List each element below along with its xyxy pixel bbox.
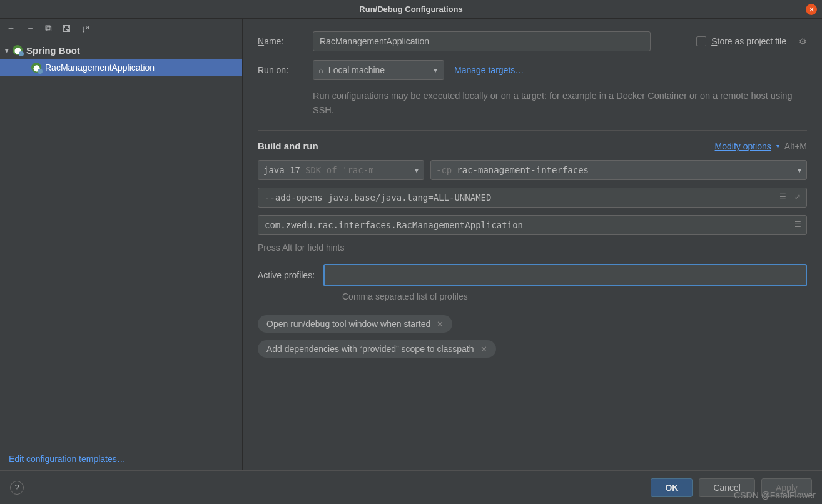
modify-options-link[interactable]: Modify options: [715, 141, 771, 151]
chevron-down-icon: ▼: [415, 167, 419, 174]
tree-item-racmanagement[interactable]: ⬤ RacManagementApplication: [0, 59, 242, 76]
cp-value: rac-management-interfaces: [457, 165, 589, 175]
runon-row: Run on: ⌂ Local machine ▼ Manage targets: [258, 60, 807, 80]
modify-shortcut: Alt+M: [784, 141, 807, 151]
config-tree: ▾ ⬤ Spring Boot ⬤ RacManagementApplicati…: [0, 38, 242, 448]
chip-label: Open run/debug tool window when started: [266, 319, 430, 329]
chip-label: Add dependencies with “provided” scope t…: [266, 344, 474, 354]
store-checkbox[interactable]: Store as project file: [696, 36, 786, 46]
checkbox-box: [696, 36, 706, 46]
profiles-label: Active profiles:: [258, 270, 315, 280]
name-input[interactable]: [313, 31, 651, 51]
name-label: Name:: [258, 36, 303, 46]
home-icon: ⌂: [318, 66, 323, 75]
close-icon[interactable]: ✕: [480, 345, 487, 354]
build-run-title: Build and run: [258, 141, 318, 151]
jdk-dropdown[interactable]: java 17 SDK of 'rac-m ▼: [258, 160, 424, 180]
runon-label: Run on:: [258, 65, 303, 75]
jdk-value: java 17: [263, 165, 300, 175]
sidebar-bottom: Edit configuration templates: [0, 448, 242, 470]
sort-icon[interactable]: ↓ª: [81, 23, 89, 34]
runon-dropdown[interactable]: ⌂ Local machine ▼: [313, 60, 444, 80]
chevron-down-icon: ▼: [432, 67, 439, 74]
chevron-down-icon: ▾: [776, 143, 779, 149]
jdk-hint: SDK of 'rac-m: [305, 165, 374, 175]
profiles-row: Active profiles:: [258, 264, 807, 286]
gear-icon[interactable]: ⚙: [799, 36, 807, 46]
edit-templates-link[interactable]: Edit configuration templates: [9, 454, 126, 464]
main-area: ＋ － ⧉ 🖫 ↓ª ▾ ⬤ Spring Boot ⬤ RacManageme…: [0, 19, 822, 470]
titlebar: Run/Debug Configurations ✕: [0, 0, 822, 19]
classpath-dropdown[interactable]: -cp rac-management-interfaces ▼: [430, 160, 807, 180]
jdk-cp-row: java 17 SDK of 'rac-m ▼ -cp rac-manageme…: [258, 160, 807, 180]
apply-button[interactable]: Apply: [761, 478, 812, 497]
tree-child-label: RacManagementApplication: [45, 63, 155, 73]
history-icon[interactable]: ☰: [792, 219, 803, 230]
name-row: Name: Store as project file ⚙: [258, 31, 807, 51]
cp-prefix: -cp: [436, 165, 452, 175]
bottom-bar: ? OK Cancel Apply: [0, 470, 822, 504]
close-icon[interactable]: ✕: [806, 4, 817, 15]
ok-button[interactable]: OK: [651, 478, 693, 497]
sidebar: ＋ － ⧉ 🖫 ↓ª ▾ ⬤ Spring Boot ⬤ RacManageme…: [0, 19, 243, 470]
profiles-input[interactable]: [323, 264, 807, 286]
chip-open-tool-window: Open run/debug tool window when started …: [258, 315, 452, 333]
vm-options-input[interactable]: [258, 188, 807, 208]
content-panel: Name: Store as project file ⚙ Run on: ⌂ …: [243, 19, 822, 470]
spring-boot-icon: ⬤: [31, 63, 41, 73]
manage-targets-link[interactable]: Manage targets: [454, 65, 524, 75]
cancel-button[interactable]: Cancel: [699, 478, 755, 497]
runon-hint: Run configurations may be executed local…: [313, 89, 807, 118]
save-icon[interactable]: 🖫: [62, 23, 71, 34]
tree-root-label: Spring Boot: [26, 45, 80, 56]
add-icon[interactable]: ＋: [6, 23, 16, 34]
window-title: Run/Debug Configurations: [359, 4, 462, 14]
close-icon[interactable]: ✕: [437, 320, 444, 329]
chevron-down-icon: ▾: [5, 46, 9, 54]
sidebar-toolbar: ＋ － ⧉ 🖫 ↓ª: [0, 19, 242, 38]
copy-icon[interactable]: ⧉: [45, 23, 52, 34]
separator: [258, 130, 807, 131]
runon-value: Local machine: [328, 65, 385, 75]
chip-provided-scope: Add dependencies with “provided” scope t…: [258, 340, 496, 358]
remove-icon[interactable]: －: [26, 23, 35, 34]
vm-options-wrap: ☰ ⤢: [258, 188, 807, 208]
press-alt-hint: Press Alt for field hints: [258, 243, 807, 253]
tree-root-spring-boot[interactable]: ▾ ⬤ Spring Boot: [0, 41, 242, 59]
build-run-header: Build and run Modify options ▾ Alt+M: [258, 141, 807, 151]
profiles-hint: Comma separated list of profiles: [342, 291, 807, 301]
expand-icon[interactable]: ⤢: [792, 191, 803, 203]
chevron-down-icon: ▼: [798, 167, 801, 174]
history-icon[interactable]: ☰: [777, 191, 788, 203]
help-icon[interactable]: ?: [10, 481, 24, 495]
spring-boot-icon: ⬤: [13, 45, 23, 55]
store-label: Store as project file: [711, 36, 786, 46]
main-class-wrap: ☰: [258, 215, 807, 235]
main-class-input[interactable]: [258, 215, 807, 235]
